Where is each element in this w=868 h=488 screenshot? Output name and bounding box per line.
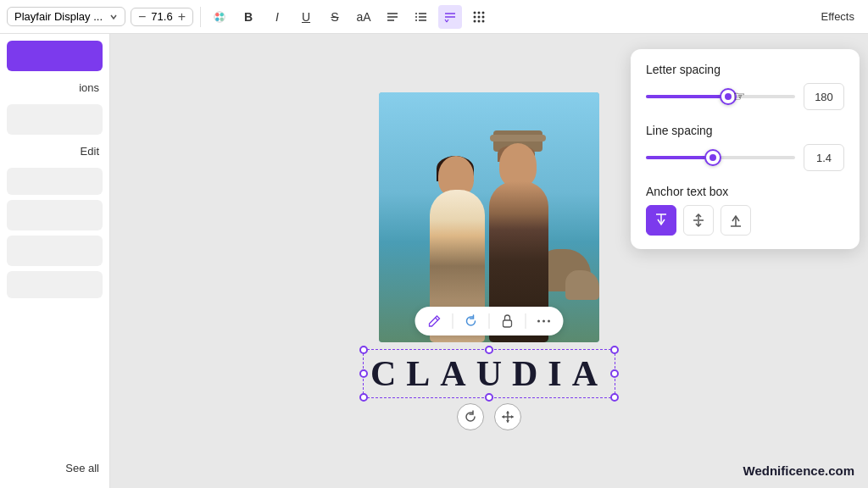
color-picker-icon[interactable] <box>208 5 231 29</box>
handle-tm[interactable] <box>485 346 493 354</box>
float-divider-3 <box>525 313 526 329</box>
letter-spacing-button[interactable] <box>438 5 462 29</box>
svg-point-13 <box>415 19 417 21</box>
canvas-area: CLAUDIA Wednificence.com Letter spacing <box>110 34 868 488</box>
bold-button[interactable]: B <box>236 5 260 29</box>
svg-point-2 <box>220 13 223 16</box>
line-spacing-value[interactable]: 1.4 <box>804 144 844 171</box>
anchor-top-button[interactable] <box>646 205 676 236</box>
svg-point-24 <box>482 19 485 22</box>
letter-spacing-slider-row: ☞ 180 <box>646 83 844 110</box>
letter-spacing-thumb[interactable]: ☞ <box>720 88 737 105</box>
anchor-label: Anchor text box <box>646 185 844 198</box>
decrease-size-button[interactable]: − <box>136 10 147 24</box>
letter-spacing-label: Letter spacing <box>646 63 844 76</box>
letter-spacing-fill <box>646 95 728 98</box>
underline-button[interactable]: U <box>294 5 318 29</box>
svg-point-20 <box>478 15 481 18</box>
text-size-label: aA <box>356 10 370 24</box>
dots-icon[interactable] <box>467 5 491 29</box>
anchor-bottom-button[interactable] <box>721 205 751 236</box>
handle-tl[interactable] <box>359 346 368 354</box>
float-divider-1 <box>452 313 453 329</box>
line-spacing-slider-row: 1.4 <box>646 144 844 171</box>
photo-container <box>379 92 599 342</box>
svg-point-0 <box>214 11 225 21</box>
font-size-control[interactable]: − 71.6 + <box>131 8 193 26</box>
italic-label: I <box>275 10 279 24</box>
font-name-label: Playfair Display ... <box>14 10 106 23</box>
sidebar-active-item[interactable] <box>7 41 103 71</box>
more-options-icon[interactable] <box>532 310 554 332</box>
handle-bl[interactable] <box>359 393 368 402</box>
chevron-down-icon <box>109 13 118 21</box>
rotate-control[interactable] <box>457 403 484 430</box>
list-button[interactable] <box>409 5 433 29</box>
claudia-text[interactable]: CLAUDIA <box>370 353 608 394</box>
anchor-middle-button[interactable] <box>683 205 714 236</box>
svg-point-11 <box>415 13 417 14</box>
thumb-inner <box>725 93 732 100</box>
photo-rocks-2 <box>565 270 599 300</box>
italic-button[interactable]: I <box>265 5 289 29</box>
watermark: Wednificence.com <box>743 463 854 478</box>
handle-ml[interactable] <box>359 369 368 378</box>
sidebar-placeholder-2 <box>7 168 103 195</box>
text-size-button[interactable]: aA <box>352 5 376 29</box>
text-selection-box: CLAUDIA <box>363 349 615 398</box>
svg-point-17 <box>478 11 481 14</box>
svg-point-27 <box>537 319 540 322</box>
main-area: ions Edit See all <box>0 34 868 488</box>
sidebar: ions Edit See all <box>0 34 110 488</box>
photo-float-toolbar <box>415 307 563 336</box>
letter-spacing-section: Letter spacing ☞ 180 <box>646 63 844 110</box>
refresh-icon[interactable] <box>459 310 481 332</box>
handle-tr[interactable] <box>610 346 619 354</box>
align-button[interactable] <box>381 5 404 29</box>
underline-label: U <box>302 10 310 24</box>
svg-point-28 <box>542 319 545 322</box>
sidebar-nav-label: ions <box>0 76 109 99</box>
lock-icon[interactable] <box>496 310 518 332</box>
line-spacing-section: Line spacing 1.4 <box>646 124 844 171</box>
line-thumb-inner <box>709 154 716 161</box>
see-all-button[interactable]: See all <box>0 455 109 481</box>
letter-spacing-track[interactable]: ☞ <box>646 95 795 98</box>
svg-point-16 <box>474 11 476 14</box>
svg-point-4 <box>220 17 223 20</box>
svg-point-22 <box>474 19 476 22</box>
handle-br[interactable] <box>610 393 619 402</box>
text-element[interactable]: CLAUDIA <box>363 349 615 398</box>
float-divider-2 <box>488 313 489 329</box>
svg-rect-26 <box>503 320 511 327</box>
sidebar-placeholder-5 <box>7 271 103 298</box>
line-spacing-track[interactable] <box>646 156 795 159</box>
person-right-hat-brim <box>490 135 546 141</box>
line-spacing-fill <box>646 156 713 159</box>
increase-size-button[interactable]: + <box>176 10 187 24</box>
svg-point-12 <box>415 16 417 18</box>
bold-label: B <box>244 10 253 24</box>
svg-point-18 <box>482 11 485 14</box>
toolbar-divider-1 <box>200 7 201 27</box>
sidebar-placeholder-3 <box>7 200 103 230</box>
svg-point-21 <box>482 15 485 18</box>
svg-point-1 <box>215 13 219 16</box>
letter-spacing-value[interactable]: 180 <box>804 83 844 110</box>
effects-button[interactable]: Effects <box>814 7 861 26</box>
text-bottom-controls <box>457 403 521 430</box>
handle-mr[interactable] <box>610 369 619 378</box>
line-spacing-thumb[interactable] <box>704 149 721 166</box>
sidebar-placeholder-4 <box>7 236 103 266</box>
line-spacing-label: Line spacing <box>646 124 844 137</box>
svg-point-19 <box>474 15 476 18</box>
strikethrough-button[interactable]: S <box>323 5 347 29</box>
pencil-edit-icon[interactable] <box>423 310 445 332</box>
move-control[interactable] <box>494 403 521 430</box>
font-selector[interactable]: Playfair Display ... <box>7 7 125 26</box>
svg-point-3 <box>215 17 219 20</box>
svg-point-23 <box>478 19 481 22</box>
strikethrough-label: S <box>331 10 338 24</box>
handle-bm[interactable] <box>485 393 493 402</box>
sidebar-edit-label[interactable]: Edit <box>0 140 109 163</box>
